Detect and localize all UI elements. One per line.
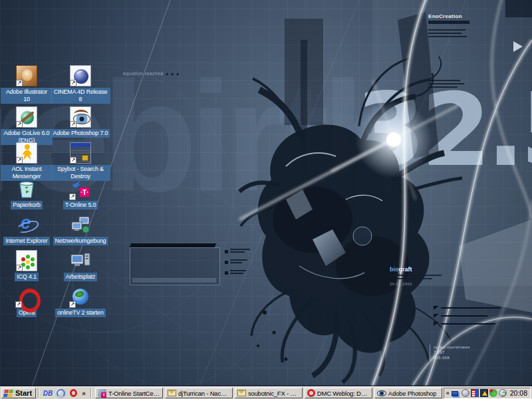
shortcut-arrow-icon [69, 301, 76, 308]
my-computer-icon [70, 250, 91, 271]
windows-logo-icon [3, 389, 15, 398]
desktop-icon-opera[interactable]: Opera [1, 286, 53, 317]
desktop-icon-label: Internet Explorer [3, 237, 49, 245]
desktop-icon-aol-messenger[interactable]: AOL Instant Messenger [1, 142, 53, 181]
wallpaper-cursor-coordinates: cursor coordinates 7.597 625.658 [430, 344, 470, 360]
task-button-label: djTurrican - Nachrichtens... [178, 390, 230, 397]
system-tray: « 20:08 [444, 388, 531, 399]
t-online-icon [98, 389, 106, 397]
adobe-golive-icon [16, 106, 37, 128]
photoshop-icon [377, 390, 386, 396]
desktop-icon-adobe-golive[interactable]: Adobe GoLive 6.0 (ENG) [1, 106, 53, 145]
shortcut-arrow-icon [15, 301, 22, 308]
task-button-soubotnic-message[interactable]: soubotnic_FX - Nachricht... [235, 388, 303, 398]
desktop-icon-label: Arbeitsplatz [64, 273, 98, 281]
taskbar-separator [90, 388, 92, 398]
tray-overflow-chevron[interactable]: « [446, 390, 450, 396]
task-buttons-area: T-Online StartCenter djTurrican - Nachri… [95, 388, 442, 398]
alert-icon[interactable] [480, 389, 488, 397]
task-button-t-online-startcenter[interactable]: T-Online StartCenter [95, 388, 163, 398]
photoshop-icon [70, 106, 91, 128]
internet-explorer-icon [16, 214, 37, 235]
desktop-icon-my-computer[interactable]: Arbeitsplatz [49, 250, 112, 281]
opera-ring-glyph [70, 389, 77, 397]
online-tv-icon [70, 286, 91, 307]
desktop-icon-label: Netzwerkumgebung [53, 237, 108, 245]
desktop-icon-t-online[interactable]: T T-Online 5.0 [49, 178, 112, 209]
desktop-icon-label: T-Online 5.0 [63, 201, 98, 209]
opera-icon [16, 286, 37, 307]
desktop-icon-cinema4d[interactable]: CINEMA 4D Release 8 [49, 65, 112, 104]
dsl-meter-icon[interactable] [471, 389, 479, 397]
shortcut-arrow-icon [16, 121, 23, 128]
desktop-icon-label: ICQ 4.1 [15, 273, 39, 281]
taskbar-clock[interactable]: 20:08 [510, 389, 527, 397]
task-button-label: soubotnic_FX - Nachricht... [248, 390, 300, 397]
shortcut-arrow-icon [70, 80, 76, 86]
start-button[interactable]: Start [1, 388, 36, 398]
quick-launch-overflow-chevron[interactable]: » [80, 388, 87, 398]
wallpaper-panel-footer [132, 278, 216, 283]
desktop-icon-photoshop[interactable]: Adobe Photoshop 7.0 [49, 106, 112, 138]
network-places-icon [70, 214, 91, 235]
desktop-icon-label: Adobe Illustrator 10 [1, 88, 53, 104]
scheduler-icon[interactable] [499, 389, 507, 397]
desktop-icon-network-places[interactable]: Netzwerkumgebung [49, 214, 112, 245]
icq-tray-icon[interactable] [489, 389, 497, 397]
wallpaper-text-decoration [428, 80, 460, 81]
task-button-dmc-weblog[interactable]: DMC Weblog: Das Usene... [305, 388, 372, 398]
cinema4d-icon [70, 65, 91, 86]
spybot-icon [70, 142, 91, 164]
mail-message-icon [168, 390, 176, 396]
wallpaper-brand-bar [428, 21, 469, 24]
wallpaper-text-decoration [428, 33, 462, 34]
wallpaper-biograft-block: biograft 26.08.2002 [390, 266, 463, 286]
desktop-icon-online-tv[interactable]: onlineTV 2 starten [49, 286, 112, 317]
viewer-app-icon[interactable] [55, 388, 66, 398]
desktop-icon-internet-explorer[interactable]: Internet Explorer [1, 214, 53, 245]
adobe-illustrator-icon [16, 65, 37, 86]
task-button-label: T-Online StartCenter [108, 390, 160, 397]
db-app-icon[interactable]: DB [43, 388, 53, 398]
wallpaper-text-decoration [428, 83, 464, 84]
desktop-icon-label: Adobe Photoshop 7.0 [51, 129, 110, 138]
desktop-icon-icq[interactable]: ICQ 4.1 [1, 250, 53, 281]
modem-icon[interactable] [462, 389, 469, 397]
desktop-icon-spybot[interactable]: Spybot - Search & Destroy [49, 142, 112, 181]
wallpaper-brand-text: EnoCreation [428, 13, 462, 19]
desktop-icon-label: onlineTV 2 starten [55, 309, 105, 317]
wallpaper-text-decoration [428, 29, 466, 31]
desktop-icons-column-2: CINEMA 4D Release 8 Adobe Photoshop 7.0 … [49, 0, 112, 386]
task-button-djturrican-message[interactable]: djTurrican - Nachrichtens... [165, 388, 233, 398]
network-icon[interactable] [452, 391, 458, 396]
task-button-adobe-photoshop[interactable]: Adobe Photoshop [374, 388, 442, 398]
start-button-label: Start [15, 389, 32, 397]
shortcut-arrow-icon [16, 80, 23, 86]
desktop[interactable]: rebirth 32.58 [0, 0, 532, 386]
shortcut-arrow-icon [16, 265, 23, 271]
task-button-label: DMC Weblog: Das Usene... [317, 390, 370, 397]
desktop-icon-recycle-bin[interactable]: Papierkorb [1, 178, 53, 209]
mail-message-icon [237, 390, 246, 396]
wallpaper-text-decoration [428, 86, 458, 88]
desktop-icons-column-1: Adobe Illustrator 10 Adobe GoLive 6.0 (E… [1, 0, 53, 386]
svg-text:T: T [82, 189, 86, 196]
desktop-icon-label: Papierkorb [11, 201, 43, 209]
opera-icon [307, 389, 315, 397]
shortcut-arrow-icon [70, 121, 76, 128]
t-online-icon: T [70, 178, 91, 200]
shortcut-arrow-icon [69, 194, 76, 200]
task-button-label: Adobe Photoshop [388, 390, 437, 397]
taskbar: Start DB » T-Online StartCenter djTurric… [0, 386, 532, 399]
recycle-bin-icon [16, 178, 37, 200]
icq-icon [16, 250, 37, 271]
opera-quick-icon[interactable] [68, 388, 78, 398]
wallpaper-arrow-bars [434, 306, 501, 330]
wallpaper-list-decoration [225, 249, 265, 281]
desktop-icon-adobe-illustrator[interactable]: Adobe Illustrator 10 [1, 65, 53, 104]
shortcut-arrow-icon [70, 157, 76, 164]
wallpaper-equation-note: equation reached ▲▲▲ [123, 71, 181, 76]
desktop-icon-label: CINEMA 4D Release 8 [51, 88, 110, 104]
aol-messenger-icon [16, 142, 37, 164]
quick-launch-bar: DB » [41, 388, 88, 398]
